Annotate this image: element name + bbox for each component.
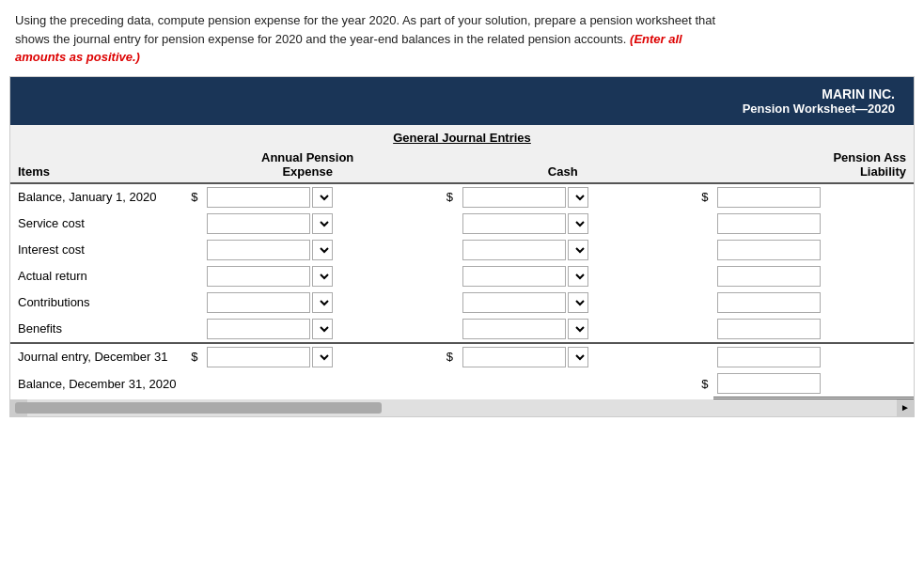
table-row: Journal entry, December 31$$ bbox=[10, 343, 914, 370]
worksheet-container: MARIN INC. Pension Worksheet—2020 Genera… bbox=[9, 76, 915, 417]
pension-input-cell bbox=[713, 343, 914, 370]
company-name: MARIN INC. bbox=[29, 86, 895, 102]
row-label: Balance, January 1, 2020 bbox=[10, 184, 180, 211]
cash-input-cell bbox=[459, 237, 691, 263]
annual-input-cell bbox=[203, 370, 435, 398]
annual-input[interactable] bbox=[207, 266, 310, 287]
gje-header-row: General Journal Entries bbox=[10, 125, 914, 147]
annual-input-cell bbox=[203, 211, 435, 237]
annual-input-cell bbox=[203, 184, 435, 211]
cash-select[interactable] bbox=[568, 319, 588, 339]
cash-input-cell bbox=[459, 263, 691, 289]
cash-input[interactable] bbox=[462, 319, 566, 339]
annual-input[interactable] bbox=[207, 187, 310, 208]
instruction-text: Using the preceding data, compute pensio… bbox=[0, 0, 733, 76]
annual-input[interactable] bbox=[207, 347, 310, 367]
cash-input[interactable] bbox=[462, 213, 566, 234]
annual-select[interactable] bbox=[312, 266, 333, 287]
annual-select[interactable] bbox=[312, 213, 333, 234]
row-label: Actual return bbox=[10, 263, 180, 289]
cash-dollar bbox=[435, 263, 459, 289]
annual-select[interactable] bbox=[312, 240, 333, 260]
pension-input-cell bbox=[713, 184, 914, 211]
table-row: Service cost bbox=[10, 211, 914, 237]
scroll-thumb[interactable] bbox=[15, 402, 382, 414]
row-label: Contributions bbox=[10, 289, 180, 316]
cash-select[interactable] bbox=[568, 187, 588, 208]
horizontal-scrollbar[interactable]: ◄ ► bbox=[10, 399, 914, 416]
pension-dollar: $ bbox=[690, 184, 713, 211]
col-items: Items bbox=[10, 147, 180, 183]
pension-dollar bbox=[690, 263, 713, 289]
annual-input-cell bbox=[203, 289, 435, 316]
pension-input[interactable] bbox=[717, 213, 821, 234]
annual-select[interactable] bbox=[312, 292, 333, 313]
annual-dollar: $ bbox=[180, 343, 203, 370]
cash-dollar bbox=[435, 211, 459, 237]
cash-select[interactable] bbox=[568, 292, 588, 313]
cash-input[interactable] bbox=[462, 240, 566, 260]
annual-select[interactable] bbox=[312, 347, 333, 367]
pension-input[interactable] bbox=[717, 319, 821, 339]
col-annual-header: Annual Pension Expense bbox=[180, 147, 435, 183]
cash-input-cell bbox=[459, 370, 691, 398]
annual-input-cell bbox=[203, 343, 435, 370]
pension-input-cell bbox=[713, 370, 914, 398]
annual-dollar bbox=[180, 211, 203, 237]
scroll-right-arrow[interactable]: ► bbox=[897, 399, 914, 416]
cash-input-cell bbox=[459, 316, 691, 343]
pension-dollar bbox=[690, 343, 713, 370]
pension-input[interactable] bbox=[717, 187, 821, 208]
annual-select[interactable] bbox=[312, 187, 333, 208]
annual-dollar bbox=[180, 316, 203, 343]
col-pension-header: Pension Ass Liability bbox=[690, 147, 914, 183]
pension-dollar bbox=[690, 289, 713, 316]
cash-input[interactable] bbox=[462, 187, 566, 208]
cash-select[interactable] bbox=[568, 213, 588, 234]
cash-input[interactable] bbox=[462, 347, 566, 367]
table-row: Balance, December 31, 2020$ bbox=[10, 370, 914, 398]
annual-input-cell bbox=[203, 263, 435, 289]
annual-input[interactable] bbox=[207, 319, 310, 339]
cash-input[interactable] bbox=[462, 266, 566, 287]
pension-input-cell bbox=[713, 263, 914, 289]
gje-header-cell: General Journal Entries bbox=[10, 125, 914, 147]
annual-dollar bbox=[180, 237, 203, 263]
pension-dollar: $ bbox=[690, 370, 713, 398]
row-label: Balance, December 31, 2020 bbox=[10, 370, 180, 398]
cash-select[interactable] bbox=[568, 266, 588, 287]
annual-input[interactable] bbox=[207, 240, 310, 260]
row-label: Benefits bbox=[10, 316, 180, 343]
table-row: Contributions bbox=[10, 289, 914, 316]
cash-select[interactable] bbox=[568, 240, 588, 260]
pension-dollar bbox=[690, 211, 713, 237]
pension-input[interactable] bbox=[717, 292, 821, 313]
pension-input-cell bbox=[713, 211, 914, 237]
annual-input[interactable] bbox=[207, 213, 310, 234]
pension-input-cell bbox=[713, 316, 914, 343]
annual-dollar bbox=[180, 370, 203, 398]
cash-input-cell bbox=[459, 343, 691, 370]
pension-input[interactable] bbox=[717, 240, 821, 260]
row-label: Service cost bbox=[10, 211, 180, 237]
annual-dollar: $ bbox=[180, 184, 203, 211]
table-row: Actual return bbox=[10, 263, 914, 289]
annual-dollar bbox=[180, 289, 203, 316]
table-row: Benefits bbox=[10, 316, 914, 343]
cash-dollar: $ bbox=[435, 184, 459, 211]
cash-input-cell bbox=[459, 289, 691, 316]
pension-input[interactable] bbox=[717, 266, 821, 287]
pension-input[interactable] bbox=[717, 347, 821, 367]
annual-select[interactable] bbox=[312, 319, 333, 339]
annual-input-cell bbox=[203, 316, 435, 343]
annual-input[interactable] bbox=[207, 292, 310, 313]
cash-select[interactable] bbox=[568, 347, 588, 367]
pension-dollar bbox=[690, 316, 713, 343]
company-header: MARIN INC. Pension Worksheet—2020 bbox=[10, 77, 914, 125]
pension-input[interactable] bbox=[717, 373, 821, 394]
cash-input[interactable] bbox=[462, 292, 566, 313]
annual-dollar bbox=[180, 263, 203, 289]
col-headers-row: Items Annual Pension Expense Cash Pensio… bbox=[10, 147, 914, 183]
cash-dollar: $ bbox=[435, 343, 459, 370]
company-subtitle: Pension Worksheet—2020 bbox=[29, 102, 895, 116]
